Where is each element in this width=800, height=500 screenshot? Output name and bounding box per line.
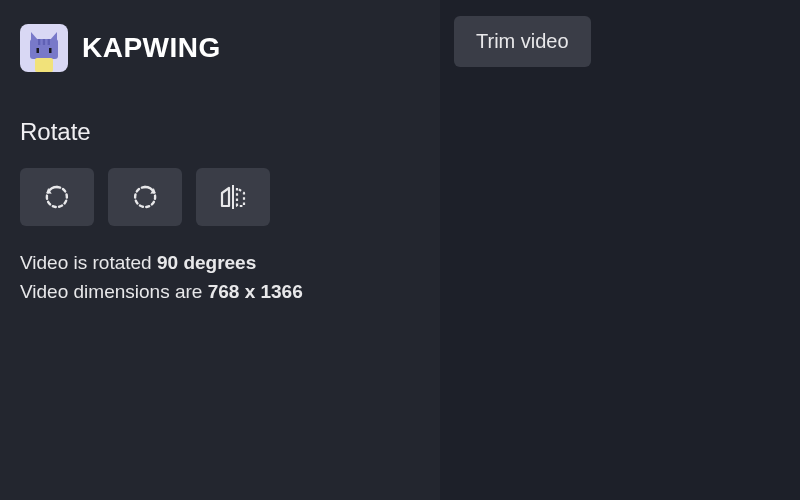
svg-rect-5 xyxy=(49,48,52,53)
brand-name: KAPWING xyxy=(82,32,221,64)
brand-row: KAPWING xyxy=(20,24,420,72)
trim-video-button[interactable]: Trim video xyxy=(454,16,591,67)
svg-rect-7 xyxy=(232,185,234,209)
svg-rect-1 xyxy=(38,39,40,45)
right-panel: Trim video xyxy=(440,0,800,500)
rotate-cw-button[interactable] xyxy=(108,168,182,226)
flip-horizontal-button[interactable] xyxy=(196,168,270,226)
svg-rect-3 xyxy=(48,39,50,45)
svg-rect-6 xyxy=(35,58,53,72)
dimensions-status-line: Video dimensions are 768 x 1366 xyxy=(20,277,420,306)
dimensions-status-prefix: Video dimensions are xyxy=(20,281,208,302)
dimensions-status-value: 768 x 1366 xyxy=(208,281,303,302)
section-title-rotate: Rotate xyxy=(20,118,420,146)
rotate-button-group xyxy=(20,168,420,226)
rotate-cw-icon xyxy=(130,182,160,212)
rotate-ccw-button[interactable] xyxy=(20,168,94,226)
rotation-status-line: Video is rotated 90 degrees xyxy=(20,248,420,277)
svg-rect-4 xyxy=(37,48,40,53)
left-panel: KAPWING Rotate xyxy=(0,0,440,500)
rotation-status-value: 90 degrees xyxy=(157,252,256,273)
rotate-ccw-icon xyxy=(42,182,72,212)
cat-mascot-icon xyxy=(24,30,64,72)
rotation-status-prefix: Video is rotated xyxy=(20,252,157,273)
flip-horizontal-icon xyxy=(217,182,249,212)
app-logo xyxy=(20,24,68,72)
svg-rect-2 xyxy=(43,39,45,45)
